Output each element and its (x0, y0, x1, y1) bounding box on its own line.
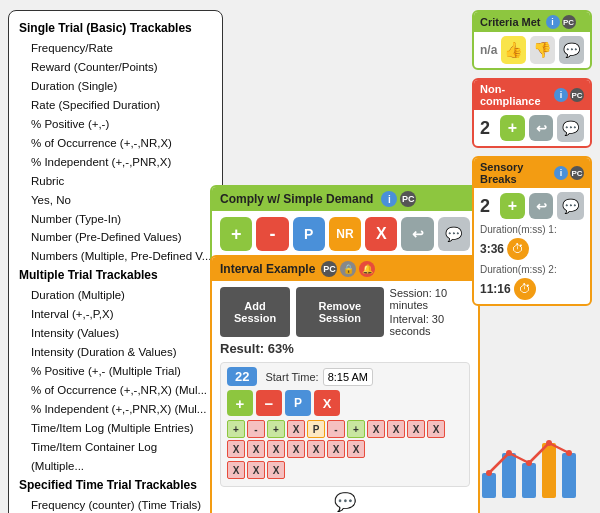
list-item[interactable]: Interval (+,-,P,X) (19, 305, 212, 324)
section-specified-time-trial: Specified Time Trial Trackables Frequenc… (19, 476, 212, 513)
list-item[interactable]: Reward (Counter/Points) (19, 58, 212, 77)
noncompliance-comment-button[interactable]: 💬 (557, 114, 584, 142)
lock-icon[interactable]: 🔒 (340, 261, 356, 277)
noncompliance-body: 2 + ↩ 💬 (474, 110, 590, 146)
list-item[interactable]: Number (Pre-Defined Values) (19, 228, 212, 247)
info-icon[interactable]: i (381, 191, 397, 207)
plus-button[interactable]: + (220, 217, 252, 251)
duration-2-row: Duration(m:ss) 2: (480, 264, 584, 275)
interval-header: Interval Example PC 🔒 🔔 (212, 257, 478, 281)
start-time-label: Start Time: (265, 371, 318, 383)
tick-cell: X (267, 440, 285, 458)
remove-session-button[interactable]: Remove Session (296, 287, 383, 337)
criteria-body: n/a 👍 👎 💬 (474, 32, 590, 68)
interval-panel: Interval Example PC 🔒 🔔 Add Session Remo… (210, 255, 480, 513)
tick-cell: X (367, 420, 385, 438)
line-point (486, 470, 492, 476)
info-icon[interactable]: i (554, 166, 568, 180)
nr-button[interactable]: NR (329, 217, 361, 251)
undo-button[interactable]: ↩ (401, 217, 433, 251)
sensory-undo-button[interactable]: ↩ (529, 193, 554, 219)
tick-cell: X (307, 440, 325, 458)
noncompliance-plus-button[interactable]: + (500, 115, 525, 141)
bell-icon[interactable]: 🔔 (359, 261, 375, 277)
tick-cell: X (267, 461, 285, 479)
session-block: 22 Start Time: 8:15 AM + − P X + - + X P… (220, 362, 470, 487)
sensory-count: 2 (480, 196, 496, 217)
p-button[interactable]: P (293, 217, 325, 251)
thumbs-down-button[interactable]: 👎 (530, 36, 555, 64)
interval-x-button[interactable]: X (314, 390, 340, 416)
result-row: Result: 63% (220, 341, 470, 356)
sensory-comment-button[interactable]: 💬 (557, 192, 584, 220)
pc-icon[interactable]: PC (400, 191, 416, 207)
criteria-header-icons: i PC (546, 15, 576, 29)
line-point (506, 450, 512, 456)
list-item[interactable]: % Independent (+,-,PNR,X) (19, 153, 212, 172)
pc-icon[interactable]: PC (570, 88, 584, 102)
comment-button[interactable]: 💬 (438, 217, 470, 251)
sensory-breaks-title: Sensory Breaks (480, 161, 549, 185)
interval-btn-row: + − P X (227, 390, 463, 416)
duration-2-label: Duration(m:ss) 2: (480, 264, 557, 275)
sensory-body: 2 + ↩ 💬 Duration(m:ss) 1: 3:36 ⏱ Duratio… (474, 188, 590, 304)
sensory-plus-button[interactable]: + (500, 193, 525, 219)
duration-2-clock-button[interactable]: ⏱ (514, 278, 536, 300)
tick-cell: X (227, 440, 245, 458)
list-item[interactable]: Duration (Multiple) (19, 286, 212, 305)
list-item[interactable]: % Positive (+,-) (19, 115, 212, 134)
list-item[interactable]: Rubric (19, 172, 212, 191)
noncompliance-header: Non-compliance i PC (474, 80, 590, 110)
comment-icon[interactable]: 💬 (334, 491, 356, 513)
comply-btn-row: + - P NR X ↩ 💬 (220, 217, 470, 251)
start-time-row: Start Time: 8:15 AM (265, 368, 373, 386)
list-item[interactable]: Yes, No (19, 191, 212, 210)
section-multiple-trial: Multiple Trial Trackables Duration (Mult… (19, 266, 212, 475)
list-item[interactable]: Number (Type-In) (19, 210, 212, 229)
list-item[interactable]: Rate (Specified Duration) (19, 96, 212, 115)
minus-button[interactable]: - (256, 217, 288, 251)
list-item[interactable]: Time/Item Container Log (Multiple... (19, 438, 212, 476)
line-point (546, 440, 552, 446)
interval-plus-button[interactable]: + (227, 390, 253, 416)
interval-minus-button[interactable]: − (256, 390, 282, 416)
list-item[interactable]: % Independent (+,-,PNR,X) (Mul... (19, 400, 212, 419)
info-icon[interactable]: i (554, 88, 568, 102)
tick-cell: X (347, 440, 365, 458)
tick-cell: X (287, 440, 305, 458)
list-item[interactable]: Intensity (Values) (19, 324, 212, 343)
session-info: Session: 10 minutes Interval: 30 seconds (390, 287, 470, 337)
tick-cell: - (247, 420, 265, 438)
start-time-value: 8:15 AM (323, 368, 373, 386)
pc-icon[interactable]: PC (562, 15, 576, 29)
x-button[interactable]: X (365, 217, 397, 251)
list-item[interactable]: Intensity (Duration & Values) (19, 343, 212, 362)
list-item[interactable]: % Positive (+,- (Multiple Trial) (19, 362, 212, 381)
pc-icon[interactable]: PC (570, 166, 584, 180)
list-item[interactable]: Frequency/Rate (19, 39, 212, 58)
tick-cell: + (227, 420, 245, 438)
duration-1-clock-button[interactable]: ⏱ (507, 238, 529, 260)
list-item[interactable]: Numbers (Multiple, Pre-Defined V... (19, 247, 212, 266)
tick-cell: P (307, 420, 325, 438)
session-block-header: 22 Start Time: 8:15 AM (227, 367, 463, 386)
criteria-comment-button[interactable]: 💬 (559, 36, 584, 64)
chart-area (472, 433, 592, 503)
interval-p-button[interactable]: P (285, 390, 311, 416)
session-number: 22 (227, 367, 257, 386)
info-icon[interactable]: i (546, 15, 560, 29)
list-item[interactable]: % of Occurrence (+,-,NR,X) (Mul... (19, 381, 212, 400)
list-item[interactable]: Time/Item Log (Multiple Entries) (19, 419, 212, 438)
tick-cell: X (247, 440, 265, 458)
list-item[interactable]: % of Occurrence (+,-,NR,X) (19, 134, 212, 153)
list-item[interactable]: Frequency (counter) (Time Trials) (19, 496, 212, 513)
thumbs-up-button[interactable]: 👍 (501, 36, 526, 64)
add-session-button[interactable]: Add Session (220, 287, 290, 337)
pc-icon-interval[interactable]: PC (321, 261, 337, 277)
criteria-met-panel: Criteria Met i PC n/a 👍 👎 💬 (472, 10, 592, 70)
list-item[interactable]: Duration (Single) (19, 77, 212, 96)
tick-cell: + (267, 420, 285, 438)
noncompliance-undo-button[interactable]: ↩ (529, 115, 554, 141)
bar-5 (562, 453, 576, 498)
tick-cell: X (247, 461, 265, 479)
